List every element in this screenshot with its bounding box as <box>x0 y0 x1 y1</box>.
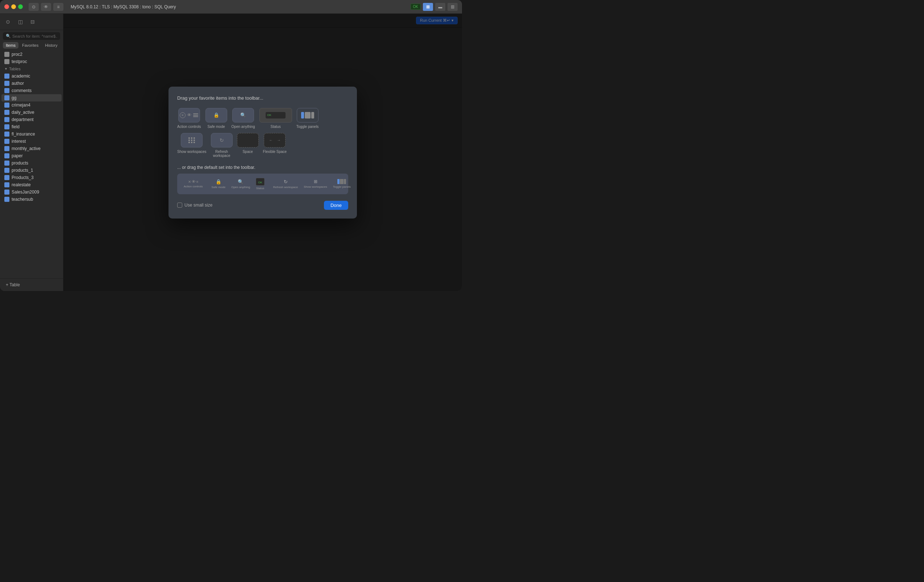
sidebar-icon-1[interactable]: ⊙ <box>3 16 13 27</box>
list-icon[interactable]: ≡ <box>53 3 63 11</box>
use-small-size-checkbox[interactable] <box>177 203 182 208</box>
sidebar-icon-3[interactable]: ⊟ <box>28 16 38 27</box>
eye-icon[interactable]: 👁 <box>41 3 51 11</box>
sidebar-item-fl-insurance[interactable]: fl_insurance <box>2 130 62 138</box>
search-input[interactable] <box>12 34 57 38</box>
small-size-row: Use small size <box>177 203 212 208</box>
strip-workspaces-icon: ⊞ <box>314 179 317 184</box>
sidebar-item-realestate[interactable]: realestate <box>2 181 62 188</box>
strip-action-label: Action controls <box>184 185 203 188</box>
proc-icon <box>4 52 10 57</box>
tab-items[interactable]: Items <box>3 42 18 49</box>
strip-refresh-icon: ↻ <box>284 179 288 185</box>
strip-panel-right <box>344 179 346 184</box>
eye-symbol: 👁 <box>187 112 192 118</box>
sidebar-item-testproc[interactable]: testproc <box>2 58 62 65</box>
space-label: Space <box>243 150 252 154</box>
toolbar-item-action-controls[interactable]: ✕ 👁 Action controls <box>177 108 201 129</box>
titlebar: ⊙ 👁 ≡ MySQL 8.0.12 : TLS : MySQL 3308 : … <box>0 0 462 14</box>
strip-eye-icon: 👁 <box>192 180 196 184</box>
sidebar-item-salesjan2009[interactable]: SalesJan2009 <box>2 188 62 196</box>
tables-section-header[interactable]: ▼ Tables <box>2 65 62 73</box>
arrow-left-icon: ← <box>269 138 272 142</box>
arrow-right-icon: → <box>277 138 280 142</box>
back-icon[interactable]: ⊙ <box>29 3 39 11</box>
sidebar-item-department[interactable]: department <box>2 116 62 123</box>
sidebar-item-monthly-active[interactable]: monthly_active <box>2 145 62 152</box>
toolbar-item-refresh-workspace[interactable]: ↻ Refresh workspace <box>211 133 233 158</box>
ws-dot <box>193 140 195 141</box>
view-btn-3[interactable]: ▥ <box>447 3 458 11</box>
strip-status[interactable]: OK Status <box>254 176 267 191</box>
sidebar-item-teachersub[interactable]: teachersub <box>2 196 62 203</box>
strip-toggle-label: Toggle panels <box>333 185 351 188</box>
minimize-button[interactable] <box>11 4 16 9</box>
strip-refresh-workspace[interactable]: ↻ Refresh workspace <box>271 178 300 190</box>
toolbar-item-status[interactable]: OK Status <box>259 108 292 129</box>
toggle-panels-label: Toggle panels <box>296 125 319 129</box>
modal-title: Drag your favorite items into the toolba… <box>177 95 348 101</box>
toolbar-item-show-workspaces[interactable]: Show workspaces <box>177 133 206 158</box>
sidebar-item-academic[interactable]: academic <box>2 73 62 80</box>
sidebar: ⊙ ◫ ⊟ 🔍 Items Favorites History proc2 <box>0 14 63 291</box>
use-small-size-label: Use small size <box>185 203 212 208</box>
done-button[interactable]: Done <box>324 201 348 210</box>
strip-safe-mode[interactable]: 🔒 Safe mode <box>209 178 228 190</box>
toolbar-item-flexible-space[interactable]: ← → Flexible Space <box>263 133 287 158</box>
view-btn-2[interactable]: ▬ <box>435 3 446 11</box>
ws-dot <box>188 142 190 143</box>
sidebar-item-interest[interactable]: interest <box>2 138 62 145</box>
view-btn-1[interactable]: ▦ <box>423 3 433 11</box>
table-icon <box>4 146 10 151</box>
sidebar-icon-2[interactable]: ◫ <box>15 16 25 27</box>
sidebar-item-gg[interactable]: gg <box>2 94 62 101</box>
action-controls-label: Action controls <box>177 125 201 129</box>
table-icon <box>4 160 10 166</box>
tab-history[interactable]: History <box>42 42 60 49</box>
add-table-button[interactable]: + Table <box>3 281 60 289</box>
sidebar-item-author[interactable]: author <box>2 80 62 87</box>
strip-toggle-panels[interactable]: Toggle panels <box>331 178 353 190</box>
strip-safe-label: Safe mode <box>211 186 225 189</box>
toggle-panels-icon <box>297 108 318 122</box>
connection-status: OK <box>411 3 421 10</box>
sidebar-item-products-3[interactable]: Products_3 <box>2 174 62 181</box>
open-anything-label: Open anything <box>231 125 255 129</box>
table-icon <box>4 153 10 158</box>
strip-status-ok: OK <box>258 181 262 184</box>
strip-panel-left <box>337 179 340 184</box>
tab-favorites[interactable]: Favorites <box>19 42 41 49</box>
search-icon: 🔍 <box>6 34 11 38</box>
close-button[interactable] <box>4 4 9 9</box>
strip-show-workspaces[interactable]: ⊞ Show workspaces <box>302 178 329 190</box>
strip-open-label: Open anything <box>231 186 250 189</box>
default-set-label: ... or drag the default set into the too… <box>177 165 348 170</box>
toolbar-item-safe-mode[interactable]: 🔒 Safe mode <box>205 108 227 129</box>
sidebar-item-field[interactable]: field <box>2 123 62 130</box>
sidebar-item-proc2[interactable]: proc2 <box>2 51 62 58</box>
strip-open-anything[interactable]: 🔍 Open anything <box>229 178 252 190</box>
sidebar-item-products[interactable]: products <box>2 160 62 167</box>
toolbar-item-toggle-panels[interactable]: Toggle panels <box>296 108 319 129</box>
ws-dot <box>191 137 192 139</box>
toolbar-item-space[interactable]: Space <box>237 133 259 158</box>
sidebar-item-paper[interactable]: paper <box>2 152 62 160</box>
sidebar-item-daily-active[interactable]: daily_active <box>2 109 62 116</box>
search-bar[interactable]: 🔍 <box>3 32 60 40</box>
toolbar-items-grid: ✕ 👁 Action controls <box>177 108 348 158</box>
panel-left <box>301 112 304 119</box>
maximize-button[interactable] <box>18 4 23 9</box>
strip-action-controls[interactable]: ✕ 👁 ≡ Action controls <box>182 178 205 190</box>
status-ok-text: OK <box>267 114 271 117</box>
sidebar-item-comments[interactable]: comments <box>2 87 62 94</box>
action-controls-icon: ✕ 👁 <box>178 108 200 122</box>
strip-open-icon: 🔍 <box>238 179 244 185</box>
toolbar-item-open-anything[interactable]: 🔍 Open anything <box>231 108 255 129</box>
sidebar-item-crimejan4[interactable]: crimejan4 <box>2 101 62 109</box>
strip-safe-icon: 🔒 <box>216 179 221 185</box>
sidebar-item-products-1[interactable]: products_1 <box>2 167 62 174</box>
status-label: Status <box>270 125 280 129</box>
sidebar-list: proc2 testproc ▼ Tables academic a <box>0 51 63 278</box>
table-icon <box>4 88 10 93</box>
ws-dot <box>188 140 190 141</box>
